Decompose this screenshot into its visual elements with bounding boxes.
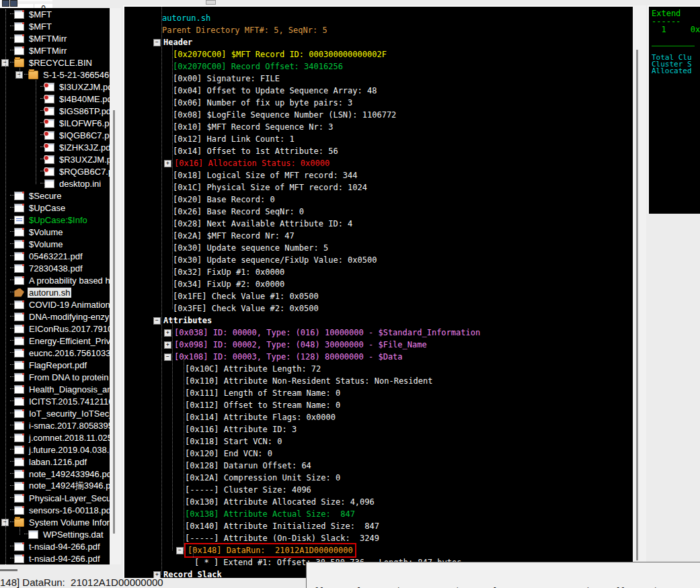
mft-field-row[interactable]: [0x110] Attribute Non-Resident Status: N… — [124, 375, 634, 387]
tree-item[interactable]: $Volume — [0, 226, 110, 238]
tree-item[interactable]: $MFT — [0, 8, 110, 20]
tree-item[interactable]: $IQGB6C7.pdf — [0, 129, 110, 141]
mft-field-row[interactable]: [0x120] End VCN: 0 — [124, 448, 634, 460]
tree-item[interactable]: $MFTMirr — [0, 44, 110, 56]
mft-field-row[interactable]: [0x2070C00] $MFT Record ID: 000300000000… — [124, 48, 634, 60]
tree-item[interactable]: t-nsiad-94-266.pdf — [0, 552, 110, 564]
toolbar-icon-partial-1[interactable] — [2, 0, 9, 7]
mft-expand-toggle[interactable]: − — [176, 547, 184, 554]
mft-expand-toggle[interactable]: − — [153, 39, 161, 46]
mft-vertical-scrollbar[interactable] — [633, 5, 646, 577]
mft-expand-toggle[interactable]: − — [153, 317, 161, 325]
tree-item[interactable]: COVID-19 Animation_ — [0, 298, 110, 310]
tree-item[interactable]: $I4B40ME.pdf — [0, 93, 110, 105]
mft-field-row[interactable]: [0x18] Logical Size of MFT record: 344 — [124, 169, 634, 181]
mft-expand-toggle[interactable]: + — [164, 329, 171, 337]
mft-field-row[interactable]: [0x114] Attribute Flags: 0x0000 — [124, 411, 634, 423]
tree-item[interactable]: $R3UXZJM.pdf — [0, 153, 110, 165]
tree-item[interactable]: −System Volume Inform — [0, 516, 110, 528]
tree-item[interactable]: FlagReport.pdf — [0, 359, 110, 371]
tree-scrollbar-thumb[interactable] — [113, 110, 115, 534]
mft-field-row[interactable]: [0x12A] Compression Unit Size: 0 — [124, 472, 634, 484]
tree-item[interactable]: A probability based hy — [0, 274, 110, 286]
mft-expand-toggle[interactable]: + — [164, 341, 171, 349]
tree-item[interactable]: eucnc.2016.7561033.p — [0, 347, 110, 359]
tree-horizontal-scrollbar[interactable] — [0, 569, 17, 571]
tree-item[interactable]: IoT_security_IoTSec_c — [0, 407, 110, 419]
mft-field-row[interactable]: [0x26] Base Record SeqNr: 0 — [124, 206, 634, 218]
tree-item[interactable]: $MFT — [0, 20, 110, 32]
tree-item[interactable]: i-smac.2017.8058395 — [0, 419, 110, 431]
mft-field-row[interactable]: [0x20] Base Record: 0 — [124, 194, 634, 206]
mft-field-row[interactable]: [0x140] Attribute Initialized Size: 847 — [124, 520, 634, 532]
mft-field-row[interactable]: [0x111] Length of Stream Name: 0 — [124, 387, 634, 399]
mft-field-row[interactable]: −[0x108] ID: 00003, Type: (128) 80000000… — [124, 351, 634, 363]
tree-item[interactable]: 72830438.pdf — [0, 262, 110, 274]
mft-field-row[interactable]: [0x116] Attribute ID: 3 — [124, 423, 634, 435]
tree-item[interactable]: j.future.2019.04.038.p — [0, 444, 110, 456]
tree-item[interactable]: −$RECYCLE.BIN — [0, 56, 110, 69]
mft-field-row[interactable]: autorun.sh — [124, 12, 634, 24]
mft-field-row[interactable]: [0x130] Attribute Allocated Size: 4,096 — [124, 496, 634, 508]
mft-field-row[interactable]: [0x2070C00] Record Offset: 34016256 — [124, 60, 634, 73]
mft-field-row[interactable]: [0x28] Next Available Attribute ID: 4 — [124, 218, 634, 230]
mft-field-row[interactable]: [0x04] Offset to Update Sequence Array: … — [124, 85, 634, 97]
mft-field-row[interactable]: [0x10C] Attribute Length: 72 — [124, 363, 634, 375]
mft-field-row[interactable]: +[0x16] Allocation Status: 0x0000 — [124, 157, 634, 169]
tree-item[interactable]: $Volume — [0, 238, 110, 250]
tree-vertical-scrollbar[interactable] — [110, 8, 121, 564]
tree-item[interactable]: Energy-Efficient_Priva — [0, 335, 110, 347]
mft-scrollbar-thumb[interactable] — [636, 50, 638, 560]
tree-item[interactable]: note_14924揃3946.pd — [0, 480, 110, 492]
mft-field-row[interactable]: [0x118] Start VCN: 0 — [124, 435, 634, 448]
mft-field-row[interactable]: [0x128] Datarun Offset: 64 — [124, 460, 634, 472]
mft-field-row[interactable]: [0x1FE] Check Value #1: 0x0500 — [124, 290, 634, 302]
mft-field-row[interactable]: [0x12] Hard Link Count: 1 — [124, 133, 634, 145]
tree-item[interactable]: −S-1-5-21-3665466 — [0, 69, 110, 81]
mft-field-row[interactable]: [0x2A] $MFT Record Nr: 47 — [124, 230, 634, 242]
tree-item[interactable]: sensors-16-00118.pdf — [0, 504, 110, 516]
tree-item[interactable]: $RQGB6C7.pdf — [0, 165, 110, 177]
mft-field-row[interactable]: [0x08] $LogFile Sequence Number (LSN): 1… — [124, 109, 634, 121]
tree-item[interactable]: ICITST.2015.7412116. — [0, 395, 110, 407]
mft-field-row[interactable]: −Header — [124, 36, 634, 48]
mft-field-row[interactable]: Parent Directory MFT#: 5, SeqNr: 5 — [124, 24, 634, 36]
mft-field-row[interactable]: [0x00] Signature: FILE — [124, 73, 634, 85]
tree-item[interactable]: $I3UXZJM.pdf — [0, 81, 110, 93]
mft-field-row[interactable]: [0x32] FixUp #1: 0x0000 — [124, 266, 634, 278]
tree-item[interactable]: t-nsiad-94-266.pdf — [0, 540, 110, 552]
tree-item[interactable]: $IGS86TP.pdf — [0, 105, 110, 117]
mft-field-row[interactable]: [0x112] Offset to Stream Name: 0 — [124, 399, 634, 411]
tree-item[interactable]: $ILOFWF6.pdf — [0, 117, 110, 129]
mft-field-row[interactable]: [-----] Cluster Size: 4096 — [124, 484, 634, 496]
tree-item[interactable]: WPSettings.dat — [0, 528, 110, 540]
tree-item[interactable]: EIConRus.2017.79105 — [0, 323, 110, 335]
mft-field-row[interactable]: [0x34] FixUp #2: 0x0000 — [124, 278, 634, 290]
mft-field-row[interactable]: −[0x148] DataRun: 21012A1D00000000 — [124, 544, 634, 556]
tree-item[interactable]: Physical-Layer_Securi — [0, 492, 110, 504]
tree-item[interactable]: $MFTMirr — [0, 32, 110, 44]
mft-field-row[interactable]: +[0x038] ID: 00000, Type: (016) 10000000… — [124, 327, 634, 339]
mft-field-row[interactable]: [0x10] $MFT Record Sequence Nr: 3 — [124, 121, 634, 133]
toolbar-icon-partial-2[interactable] — [10, 0, 17, 7]
tree-item[interactable]: note_1492433946.pdf — [0, 468, 110, 480]
tree-item[interactable]: $IZHK3JZ.pdf — [0, 141, 110, 153]
mft-field-row[interactable]: [0x14] Offset to 1st Attribute: 56 — [124, 145, 634, 157]
tree-item[interactable]: j.comnet.2018.11.025 — [0, 431, 110, 444]
mft-field-row[interactable]: [0x06] Number of fix up byte pairs: 3 — [124, 97, 634, 109]
tree-item[interactable]: $Secure — [0, 190, 110, 202]
mft-field-row[interactable]: [0x138] Attribute Actual Size: 847 — [124, 508, 634, 520]
tree-item[interactable]: desktop.ini — [0, 177, 110, 190]
mft-field-row[interactable]: [0x30] Update sequence/FixUp Value: 0x05… — [124, 254, 634, 266]
mft-field-row[interactable]: +[0x098] ID: 00002, Type: (048) 30000000… — [124, 339, 634, 351]
tree-item-selected[interactable]: autorun.sh — [0, 286, 110, 298]
tree-item[interactable]: From DNA to protein - — [0, 371, 110, 383]
tree-item[interactable]: $UpCase — [0, 202, 110, 214]
tree-item[interactable]: DNA-modifying-enzym — [0, 310, 110, 323]
mft-expand-toggle[interactable]: + — [164, 160, 171, 167]
mft-field-row[interactable]: −Attributes — [124, 314, 634, 327]
mft-field-row[interactable]: [0x3FE] Check Value #2: 0x0500 — [124, 302, 634, 314]
tree-item[interactable]: Health_Diagnosis_and — [0, 383, 110, 395]
tree-item[interactable]: laban.1216.pdf — [0, 456, 110, 468]
mft-expand-toggle[interactable]: − — [164, 353, 171, 361]
